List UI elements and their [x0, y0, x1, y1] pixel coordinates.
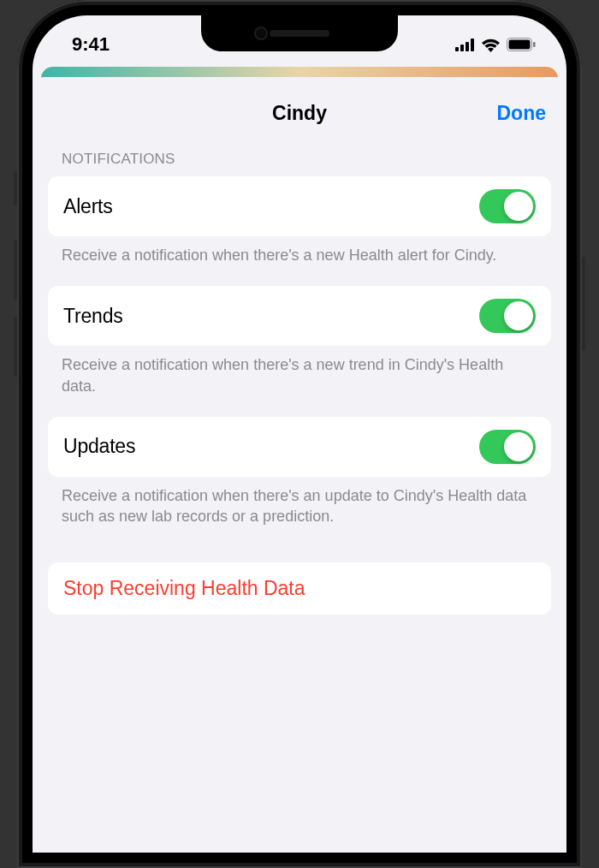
stop-receiving-label: Stop Receiving Health Data	[63, 577, 536, 600]
volume-up-button	[14, 240, 17, 300]
stop-receiving-row[interactable]: Stop Receiving Health Data	[48, 562, 551, 615]
row-footer-alerts: Receive a notification when there's a ne…	[33, 236, 566, 286]
toggle-updates[interactable]	[479, 430, 536, 464]
row-label-alerts: Alerts	[63, 195, 113, 218]
silent-switch	[14, 171, 17, 205]
done-button[interactable]: Done	[497, 102, 547, 125]
volume-down-button	[14, 317, 17, 377]
settings-sheet: Cindy Done NOTIFICATIONS Alerts Receive …	[33, 77, 566, 851]
toggle-knob	[504, 301, 533, 330]
speaker-grille	[270, 30, 329, 37]
row-alerts: Alerts	[48, 176, 551, 236]
row-footer-trends: Receive a notification when there's a ne…	[33, 346, 566, 417]
status-indicators	[455, 38, 536, 52]
row-footer-updates: Receive a notification when there's an u…	[33, 477, 566, 548]
toggle-alerts[interactable]	[479, 189, 536, 223]
svg-rect-2	[466, 42, 469, 51]
row-label-trends: Trends	[63, 305, 123, 328]
toggle-trends[interactable]	[479, 299, 536, 333]
phone-frame: 9:41 Cindy Done NOTIFICATIONS	[17, 0, 582, 868]
sheet-title: Cindy	[272, 102, 327, 125]
sheet-header: Cindy Done	[33, 98, 566, 128]
status-time: 9:41	[72, 33, 110, 56]
battery-icon	[507, 38, 536, 51]
screen: 9:41 Cindy Done NOTIFICATIONS	[33, 15, 566, 853]
row-trends: Trends	[48, 286, 551, 346]
row-updates: Updates	[48, 417, 551, 477]
toggle-knob	[504, 432, 533, 461]
cellular-signal-icon	[455, 39, 475, 51]
svg-rect-0	[455, 47, 459, 51]
svg-rect-6	[533, 42, 536, 47]
toggle-knob	[504, 192, 533, 221]
wifi-icon	[481, 38, 501, 52]
front-camera	[254, 27, 268, 40]
svg-rect-5	[509, 40, 531, 50]
svg-rect-1	[460, 45, 464, 51]
power-button	[582, 257, 585, 351]
row-label-updates: Updates	[63, 435, 135, 458]
notch	[201, 15, 398, 51]
svg-rect-3	[471, 39, 474, 51]
section-header-notifications: NOTIFICATIONS	[33, 151, 566, 176]
